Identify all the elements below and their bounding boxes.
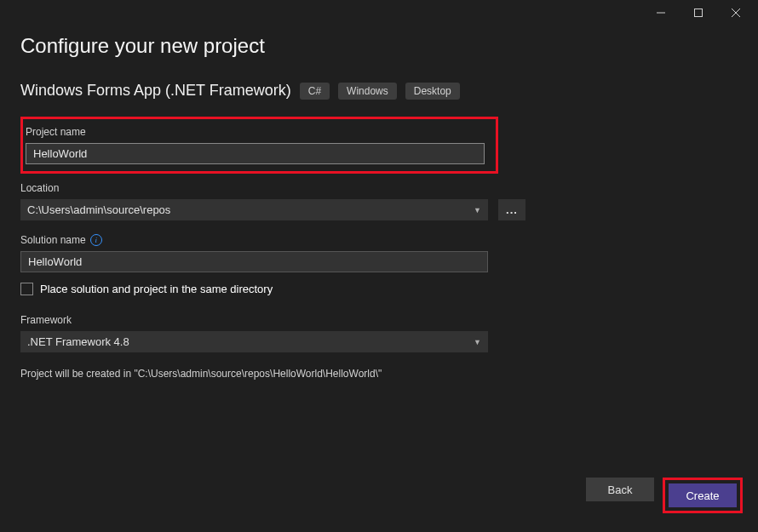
template-name: Windows Forms App (.NET Framework) <box>20 82 291 100</box>
tag-windows: Windows <box>338 83 397 100</box>
create-button[interactable]: Create <box>669 483 737 507</box>
same-directory-label: Place solution and project in the same d… <box>40 283 273 295</box>
location-group: Location C:\Users\admin\source\repos ▼ .… <box>20 182 738 220</box>
back-button[interactable]: Back <box>586 478 654 501</box>
footer: Back Create <box>586 478 743 513</box>
framework-group: Framework .NET Framework 4.8 ▼ <box>20 314 738 352</box>
project-name-label: Project name <box>26 126 493 138</box>
browse-button[interactable]: ... <box>498 199 525 220</box>
minimize-button[interactable] <box>642 1 680 25</box>
titlebar <box>0 0 758 26</box>
tag-csharp: C# <box>300 83 330 100</box>
location-value: C:\Users\admin\source\repos <box>27 203 170 216</box>
location-label: Location <box>20 182 738 194</box>
project-name-highlight: Project name <box>20 117 498 174</box>
info-icon[interactable]: i <box>90 234 102 246</box>
page-title: Configure your new project <box>20 34 738 58</box>
solution-name-label: Solution name <box>20 234 86 246</box>
project-name-input[interactable] <box>26 143 485 164</box>
chevron-down-icon: ▼ <box>474 206 481 215</box>
maximize-button[interactable] <box>680 1 717 25</box>
solution-name-input[interactable] <box>20 251 488 272</box>
create-button-highlight: Create <box>663 478 743 513</box>
tag-desktop: Desktop <box>405 83 460 100</box>
creation-path-hint: Project will be created in "C:\Users\adm… <box>20 368 738 380</box>
location-dropdown[interactable]: C:\Users\admin\source\repos ▼ <box>20 199 488 220</box>
framework-dropdown[interactable]: .NET Framework 4.8 ▼ <box>20 331 488 352</box>
solution-name-group: Solution name i Place solution and proje… <box>20 234 738 295</box>
framework-label: Framework <box>20 314 738 326</box>
same-directory-checkbox[interactable] <box>20 283 33 295</box>
framework-value: .NET Framework 4.8 <box>27 335 129 348</box>
close-button[interactable] <box>717 1 755 25</box>
template-row: Windows Forms App (.NET Framework) C# Wi… <box>20 82 738 100</box>
svg-rect-1 <box>695 9 703 17</box>
dialog-content: Configure your new project Windows Forms… <box>0 26 758 380</box>
chevron-down-icon: ▼ <box>474 338 481 346</box>
